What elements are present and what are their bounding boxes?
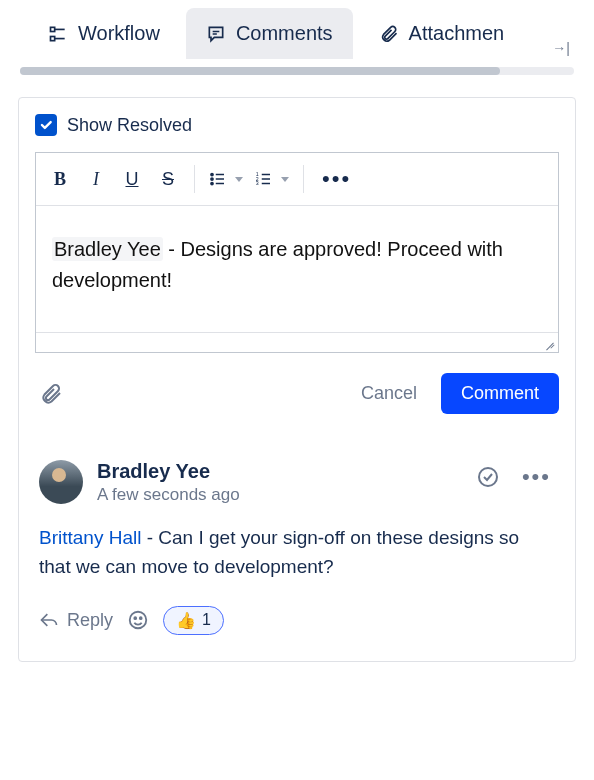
svg-rect-0 — [51, 27, 55, 31]
bullet-list-icon — [209, 170, 227, 188]
format-toolbar: B I U S 123 ••• — [36, 153, 558, 206]
tabs-bar: Workflow Comments Attachmen — [0, 0, 594, 59]
reaction-thumbsup[interactable]: 👍 1 — [163, 606, 224, 635]
comment-header: Bradley Yee A few seconds ago ••• — [39, 460, 555, 505]
cancel-button[interactable]: Cancel — [349, 375, 429, 412]
comment-icon — [206, 24, 226, 44]
tab-workflow-label: Workflow — [78, 22, 160, 45]
svg-rect-1 — [51, 36, 55, 40]
comment-more-button[interactable]: ••• — [518, 460, 555, 494]
comment-body: Brittany Hall - Can I get your sign-off … — [39, 523, 555, 582]
comment-footer: Reply 👍 1 — [39, 606, 555, 635]
svg-point-9 — [130, 612, 147, 629]
scroll-right-indicator: →| — [552, 40, 570, 56]
chevron-down-icon — [281, 177, 289, 182]
editor-footer — [36, 332, 558, 352]
tab-comments[interactable]: Comments — [186, 8, 353, 59]
more-formatting-button[interactable]: ••• — [314, 166, 359, 192]
comment-timestamp: A few seconds ago — [97, 485, 458, 505]
strikethrough-button[interactable]: S — [152, 163, 184, 195]
svg-point-11 — [140, 618, 142, 620]
reaction-count: 1 — [202, 611, 211, 629]
tab-workflow[interactable]: Workflow — [28, 8, 180, 59]
paperclip-icon — [379, 24, 399, 44]
svg-text:3: 3 — [256, 180, 259, 186]
comment-textarea[interactable]: Bradley Yee - Designs are approved! Proc… — [36, 206, 558, 332]
comment-author: Bradley Yee — [97, 460, 458, 483]
ordered-list-button[interactable]: 123 — [251, 170, 293, 188]
reply-icon — [39, 610, 59, 630]
comment-editor: B I U S 123 ••• Bradley Yee - Designs ar… — [35, 152, 559, 353]
svg-point-3 — [211, 178, 213, 180]
resize-handle[interactable] — [542, 336, 556, 350]
reply-label: Reply — [67, 610, 113, 631]
toolbar-separator — [194, 165, 195, 193]
svg-point-4 — [211, 182, 213, 184]
italic-button[interactable]: I — [80, 163, 112, 195]
check-icon — [39, 118, 53, 132]
show-resolved-toggle[interactable]: Show Resolved — [35, 114, 192, 136]
tabs-scrollbar-thumb[interactable] — [20, 67, 500, 75]
tab-attachments-label: Attachmen — [409, 22, 505, 45]
comment-thread: Bradley Yee A few seconds ago ••• Britta… — [35, 460, 559, 635]
attach-file-button[interactable] — [35, 378, 67, 410]
check-circle-icon — [476, 465, 500, 489]
svg-point-8 — [479, 468, 497, 486]
editor-actions: Cancel Comment — [35, 373, 559, 414]
tab-attachments[interactable]: Attachmen — [359, 8, 525, 59]
editor-mention: Bradley Yee — [52, 237, 163, 261]
tab-comments-label: Comments — [236, 22, 333, 45]
comments-panel: Show Resolved B I U S 123 ••• Bradley Ye… — [18, 97, 576, 662]
chevron-down-icon — [235, 177, 243, 182]
add-reaction-button[interactable] — [127, 609, 149, 631]
reply-button[interactable]: Reply — [39, 610, 113, 631]
show-resolved-label: Show Resolved — [67, 115, 192, 136]
show-resolved-checkbox[interactable] — [35, 114, 57, 136]
comment-mention[interactable]: Brittany Hall — [39, 527, 141, 548]
smile-icon — [127, 609, 149, 631]
bold-button[interactable]: B — [44, 163, 76, 195]
resolve-comment-button[interactable] — [472, 461, 504, 493]
paperclip-icon — [39, 382, 63, 406]
toolbar-separator — [303, 165, 304, 193]
reaction-emoji: 👍 — [176, 611, 196, 630]
ordered-list-icon: 123 — [255, 170, 273, 188]
avatar[interactable] — [39, 460, 83, 504]
workflow-icon — [48, 24, 68, 44]
svg-point-10 — [134, 618, 136, 620]
svg-point-2 — [211, 173, 213, 175]
comment-submit-button[interactable]: Comment — [441, 373, 559, 414]
bullet-list-button[interactable] — [205, 170, 247, 188]
underline-button[interactable]: U — [116, 163, 148, 195]
tabs-scrollbar-track[interactable] — [20, 67, 574, 75]
